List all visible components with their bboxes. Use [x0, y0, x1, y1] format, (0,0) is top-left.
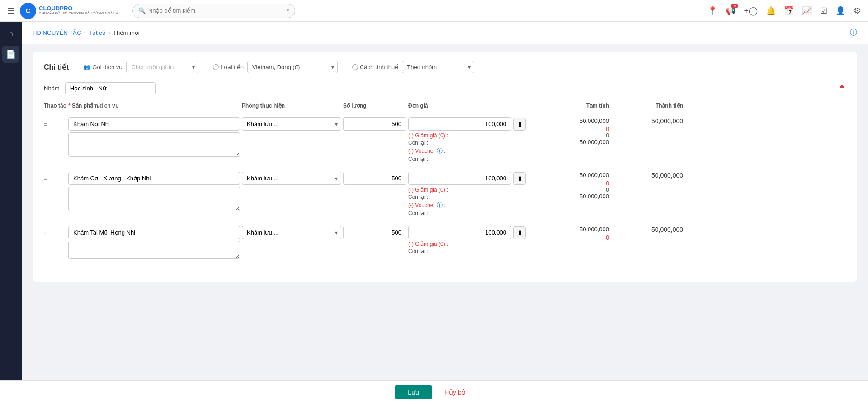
col-tam-tinh: Tạm tính — [528, 103, 609, 109]
room-select-2[interactable]: Khám lưu ... — [242, 172, 341, 185]
tam-tinh-sub-2: 0 — [528, 187, 609, 193]
settings-icon[interactable]: ⚙ — [854, 6, 861, 16]
product-col-2 — [68, 172, 240, 212]
price-col-2: ▮ (-) Giảm giá (0) : Còn lại : (-) Vouch… — [408, 172, 526, 216]
breadcrumb-sep-1: › — [84, 29, 86, 36]
remaining-row-2b: Còn lại : — [408, 210, 526, 216]
room-select-1[interactable]: Khám lưu ... — [242, 117, 341, 131]
logo: C CLOUDPRO CHUYỂN ĐỔI SỐ CHUYÊN SÂU TỪNG… — [20, 3, 118, 19]
price-col-1: ▮ (-) Giảm giá (0) : Còn lại : (-) Vouch… — [408, 117, 526, 162]
bell-icon[interactable]: 🔔 — [766, 6, 776, 16]
product-input-3[interactable] — [68, 226, 240, 239]
qty-input-2[interactable] — [343, 172, 406, 185]
cach-tinh-thue-group: ⓘ Cách tính thuế Theo nhóm — [352, 61, 474, 73]
drag-handle-1[interactable]: = — [44, 117, 66, 128]
dropdown-icon: ▾ — [287, 8, 289, 14]
group-label: Nhóm — [44, 85, 60, 92]
logo-icon: C — [20, 3, 36, 19]
cancel-button[interactable]: Hủy bỏ — [437, 385, 473, 399]
product-input-2[interactable] — [68, 172, 240, 185]
col-thanh-tien: Thành tiền — [611, 103, 683, 109]
product-col-1 — [68, 117, 240, 158]
voucher-row-2: (-) Voucher ⓘ : — [408, 201, 526, 209]
room-col-2: Khám lưu ... — [242, 172, 341, 185]
main-content: HĐ NGUYÊN TẮC › Tất cả › Thêm mới ⓘ Chi … — [22, 22, 868, 404]
drag-handle-2[interactable]: = — [44, 172, 66, 183]
qty-input-1[interactable] — [343, 117, 406, 131]
table-row: = Khám lưu ... — [44, 113, 846, 167]
drag-handle-3[interactable]: = — [44, 226, 66, 237]
cach-tinh-thue-select-wrapper: Theo nhóm — [402, 61, 474, 73]
save-button[interactable]: Lưu — [395, 385, 432, 399]
breadcrumb-current: Thêm mới — [113, 29, 140, 36]
loai-tien-select-wrapper: Vietnam, Dong (đ) — [247, 61, 338, 73]
add-icon[interactable]: +◯ — [744, 6, 758, 16]
price-input-3[interactable] — [408, 226, 511, 239]
tam-tinh-final-2: 50,000,000 — [528, 193, 609, 200]
price-row-3: ▮ — [408, 226, 526, 239]
price-row-2: ▮ — [408, 172, 526, 185]
tam-tinh-zero-2: 0 — [528, 180, 609, 187]
user-group-icon: 👥 — [83, 64, 90, 70]
sidebar-item-doc[interactable]: 📄 — [2, 46, 19, 63]
voucher-row-1: (-) Voucher ⓘ : — [408, 147, 526, 155]
tam-tinh-col-2: 50,000,000 0 0 50,000,000 — [528, 172, 609, 200]
price-book-btn-2[interactable]: ▮ — [513, 172, 526, 185]
table-row: = Khám lưu ... — [44, 221, 846, 265]
chart-icon[interactable]: 📈 — [802, 6, 812, 16]
price-input-2[interactable] — [408, 172, 511, 185]
discount-row-3: (-) Giảm giá (0) : — [408, 241, 526, 247]
topnav: ☰ C CLOUDPRO CHUYỂN ĐỔI SỐ CHUYÊN SÂU TỪ… — [0, 0, 868, 22]
search-input[interactable] — [148, 7, 284, 14]
help-icon[interactable]: ⓘ — [850, 28, 857, 38]
discount-row-2: (-) Giảm giá (0) : — [408, 187, 526, 193]
user-icon[interactable]: 👤 — [835, 6, 845, 16]
qty-col-3 — [343, 226, 406, 239]
search-bar[interactable]: 🔍 ▾ — [132, 4, 295, 18]
detail-title: Chi tiết — [44, 63, 69, 71]
room-col-1: Khám lưu ... — [242, 117, 341, 131]
cach-tinh-thue-label: ⓘ Cách tính thuế — [352, 63, 398, 71]
group-header: Nhóm 🗑 — [44, 82, 846, 94]
sidebar-item-home[interactable]: ⌂ — [5, 25, 17, 42]
product-note-3[interactable] — [68, 241, 240, 259]
search-icon: 🔍 — [138, 7, 146, 14]
goi-dich-vu-label: 👥 Gói dịch vụ — [83, 64, 123, 70]
goi-dich-vu-select[interactable]: Chọn một giá trị — [126, 61, 198, 73]
goi-dich-vu-select-wrapper: Chọn một giá trị — [126, 61, 198, 73]
hamburger-icon[interactable]: ☰ — [7, 6, 14, 16]
sidebar: ⌂ 📄 — [0, 22, 22, 404]
loai-tien-select[interactable]: Vietnam, Dong (đ) — [247, 61, 338, 73]
product-note-1[interactable] — [68, 132, 240, 157]
product-note-2[interactable] — [68, 187, 240, 211]
remaining-row-3a: Còn lại : — [408, 248, 526, 254]
price-book-btn-1[interactable]: ▮ — [513, 118, 526, 131]
location-icon[interactable]: 📍 — [708, 6, 717, 16]
group-input[interactable] — [65, 82, 156, 94]
price-book-btn-3[interactable]: ▮ — [513, 226, 526, 239]
table-row: = Khám lưu ... — [44, 167, 846, 221]
breadcrumb-root[interactable]: HĐ NGUYÊN TẮC — [33, 29, 81, 36]
table-header: Thao tác * Sản phẩm/dịch vụ Phòng thực h… — [44, 99, 846, 113]
voucher-info-icon-1[interactable]: ⓘ — [437, 147, 443, 154]
price-input-1[interactable] — [408, 117, 511, 131]
qty-input-3[interactable] — [343, 226, 406, 239]
voucher-info-icon-2[interactable]: ⓘ — [437, 202, 443, 208]
calendar-icon[interactable]: 📅 — [784, 6, 794, 16]
qty-col-2 — [343, 172, 406, 185]
room-select-3[interactable]: Khám lưu ... — [242, 226, 341, 239]
tam-tinh-final-1: 50,000,000 — [528, 139, 609, 146]
cach-tinh-thue-select[interactable]: Theo nhóm — [402, 61, 474, 73]
notification-icon[interactable]: 📢 5 — [726, 6, 736, 16]
loai-tien-group: ⓘ Loại tiền Vietnam, Dong (đ) — [213, 61, 338, 73]
topnav-icons: 📍 📢 5 +◯ 🔔 📅 📈 ☑ 👤 ⚙ — [708, 6, 861, 16]
logo-text: CLOUDPRO CHUYỂN ĐỔI SỐ CHUYÊN SÂU TỪNG N… — [39, 5, 118, 16]
discount-row-1: (-) Giảm giá (0) : — [408, 132, 526, 139]
breadcrumb-sep-2: › — [108, 29, 110, 36]
qty-col-1 — [343, 117, 406, 131]
info-icon-thue: ⓘ — [352, 63, 358, 71]
product-input-1[interactable] — [68, 117, 240, 131]
checkbox-icon[interactable]: ☑ — [820, 6, 827, 16]
breadcrumb-all[interactable]: Tất cả — [89, 29, 106, 36]
delete-group-icon[interactable]: 🗑 — [839, 85, 846, 93]
